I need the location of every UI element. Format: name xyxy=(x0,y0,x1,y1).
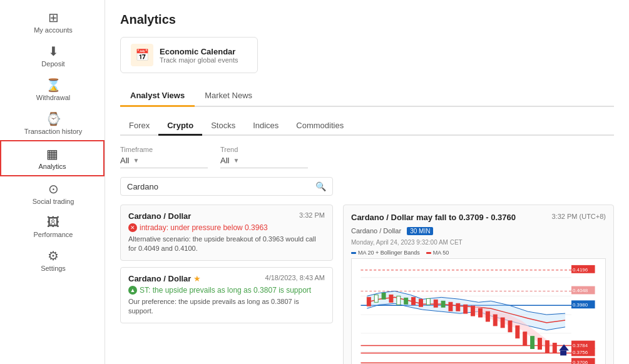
history-icon: ⌚ xyxy=(46,111,61,126)
svg-rect-27 xyxy=(471,306,475,316)
chart-legend: MA 20 + Bollinger Bands MA 50 xyxy=(351,250,606,256)
chart-panel: Cardano / Dollar may fall to 0.3709 - 0.… xyxy=(343,205,614,364)
sidebar-item-label: Analytics xyxy=(38,163,66,170)
chart-time: 3:32 PM (UTC+8) xyxy=(552,213,606,220)
subtab-crypto[interactable]: Crypto xyxy=(158,117,202,136)
settings-icon: ⚙ xyxy=(48,248,59,263)
sidebar-item-social-trading[interactable]: ⊙ Social trading xyxy=(0,176,105,210)
card-time: 4/18/2023, 8:43 AM xyxy=(265,274,325,283)
analysis-card[interactable]: Cardano / Dollar ★ 4/18/2023, 8:43 AM ▲ … xyxy=(120,267,333,323)
subtab-indices[interactable]: Indices xyxy=(244,117,287,136)
analysis-list: Cardano / Dollar 3:32 PM ✕ intraday: und… xyxy=(120,205,333,364)
chart-svg: 0.4196 0.4048 0.3980 0.3784 0.3756 0.370… xyxy=(351,258,606,364)
timeframe-filter: Timeframe All ▼ xyxy=(120,146,208,168)
svg-rect-16 xyxy=(389,295,393,302)
svg-rect-22 xyxy=(434,300,437,307)
svg-rect-28 xyxy=(479,308,483,317)
signal-row: ✕ intraday: under pressure below 0.3963 xyxy=(128,223,325,232)
chart-timeframe-badge: 30 MIN xyxy=(407,227,433,235)
legend-dot xyxy=(426,252,431,254)
svg-rect-17 xyxy=(397,296,401,305)
sidebar-item-my-accounts[interactable]: ⊞ My accounts xyxy=(0,5,105,39)
svg-rect-21 xyxy=(426,298,430,305)
svg-rect-36 xyxy=(538,338,542,350)
analysis-card[interactable]: Cardano / Dollar 3:32 PM ✕ intraday: und… xyxy=(120,205,333,261)
timeframe-select[interactable]: All ▼ xyxy=(120,156,208,168)
ec-card-text: Economic Calendar Track major global eve… xyxy=(160,47,238,64)
search-bar: 🔍 xyxy=(120,177,333,196)
svg-rect-15 xyxy=(382,293,386,299)
card-header: Cardano / Dollar 3:32 PM xyxy=(128,211,325,221)
trend-arrow-icon: ▼ xyxy=(233,157,239,164)
accounts-icon: ⊞ xyxy=(48,10,59,25)
tab-analyst-views[interactable]: Analyst Views xyxy=(120,86,195,107)
tab-market-news[interactable]: Market News xyxy=(195,86,262,107)
sidebar-item-settings[interactable]: ⚙ Settings xyxy=(0,243,105,277)
sidebar-item-label: Transaction history xyxy=(24,128,83,135)
legend-label: MA 20 + Bollinger Bands xyxy=(358,250,420,256)
performance-icon: 🖼 xyxy=(47,215,59,230)
sidebar-item-withdrawal[interactable]: ⌛ Withdrawal xyxy=(0,73,105,106)
signal-down-icon: ✕ xyxy=(128,223,137,232)
sidebar-item-label: Performance xyxy=(34,231,73,238)
chart-pair: Cardano / Dollar xyxy=(351,227,401,235)
social-icon: ⊙ xyxy=(48,181,59,196)
sidebar-item-transaction-history[interactable]: ⌚ Transaction history xyxy=(0,106,105,140)
card-description: Our preference: the upside prevails as l… xyxy=(128,297,325,316)
svg-rect-25 xyxy=(456,303,460,311)
svg-rect-38 xyxy=(553,343,556,353)
trend-value: All xyxy=(220,156,229,165)
svg-text:0.3706: 0.3706 xyxy=(573,360,588,364)
sidebar: ⊞ My accounts ⬇ Deposit ⌛ Withdrawal ⌚ T… xyxy=(0,0,105,364)
chart-date: Monday, April 24, 2023 9:32:00 AM CET xyxy=(351,239,606,246)
ec-subtitle: Track major global events xyxy=(160,56,238,64)
sidebar-item-label: Withdrawal xyxy=(36,94,70,101)
trend-label: Trend xyxy=(220,146,308,153)
trend-select[interactable]: All ▼ xyxy=(220,156,308,168)
content-split: Cardano / Dollar 3:32 PM ✕ intraday: und… xyxy=(120,205,614,364)
chart-title: Cardano / Dollar may fall to 0.3709 - 0.… xyxy=(351,213,516,222)
analytics-icon: ▦ xyxy=(46,146,58,161)
sidebar-item-label: Settings xyxy=(41,265,66,272)
card-description: Alternative scenario: the upside breakou… xyxy=(128,235,325,254)
svg-text:0.3980: 0.3980 xyxy=(573,302,588,308)
legend-label: MA 50 xyxy=(433,250,449,256)
calendar-icon: 📅 xyxy=(131,44,153,66)
svg-rect-14 xyxy=(374,295,378,302)
svg-rect-29 xyxy=(486,311,489,321)
svg-rect-32 xyxy=(508,321,512,332)
legend-item: MA 20 + Bollinger Bands xyxy=(351,250,420,256)
subtab-stocks[interactable]: Stocks xyxy=(202,117,244,136)
sidebar-item-label: My accounts xyxy=(34,26,73,34)
signal-text: ST: the upside prevails as long as 0.380… xyxy=(140,286,311,295)
svg-rect-30 xyxy=(493,315,497,326)
svg-rect-37 xyxy=(545,341,549,353)
timeframe-arrow-icon: ▼ xyxy=(133,157,139,164)
svg-rect-26 xyxy=(464,305,468,313)
card-time: 3:32 PM xyxy=(299,211,325,221)
sidebar-item-performance[interactable]: 🖼 Performance xyxy=(0,210,105,243)
svg-rect-33 xyxy=(516,326,519,338)
chart-subtitle: Cardano / Dollar 30 MIN xyxy=(351,227,606,235)
economic-calendar-card[interactable]: 📅 Economic Calendar Track major global e… xyxy=(120,37,258,73)
sidebar-item-label: Social trading xyxy=(33,198,74,205)
svg-rect-34 xyxy=(523,332,527,346)
star-icon: ★ xyxy=(193,274,201,283)
signal-text: intraday: under pressure below 0.3963 xyxy=(140,223,268,232)
sidebar-item-deposit[interactable]: ⬇ Deposit xyxy=(0,39,105,73)
subtab-forex[interactable]: Forex xyxy=(120,117,158,136)
withdrawal-icon: ⌛ xyxy=(46,78,61,93)
sidebar-item-analytics[interactable]: ▦ Analytics xyxy=(0,140,105,176)
svg-rect-40 xyxy=(560,350,566,355)
search-input[interactable] xyxy=(127,182,315,191)
page-title: Analytics xyxy=(120,13,614,27)
timeframe-label: Timeframe xyxy=(120,146,208,153)
card-title: Cardano / Dollar xyxy=(128,274,191,283)
svg-rect-31 xyxy=(501,318,504,328)
subtab-commodities[interactable]: Commodities xyxy=(287,117,352,136)
svg-rect-18 xyxy=(404,298,408,304)
timeframe-value: All xyxy=(120,156,129,165)
chart-svg-container: 0.4196 0.4048 0.3980 0.3784 0.3756 0.370… xyxy=(351,258,606,364)
svg-rect-23 xyxy=(441,301,445,307)
svg-rect-24 xyxy=(449,302,453,311)
